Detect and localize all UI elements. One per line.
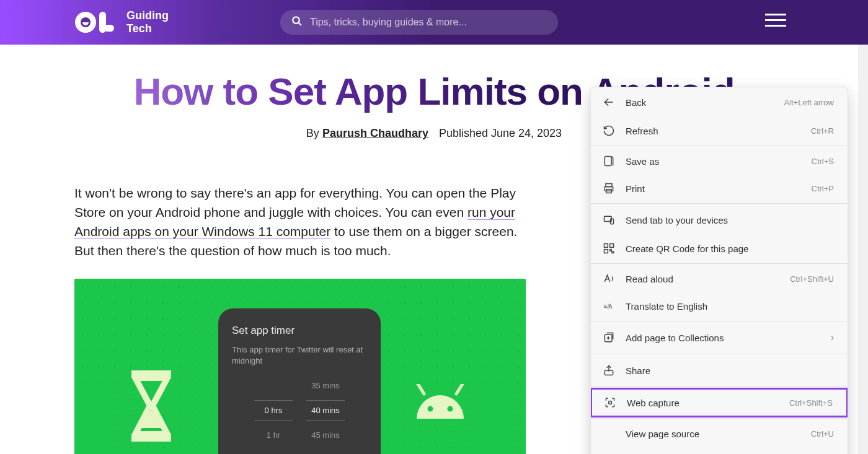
menu-read-aloud[interactable]: Read aloud Ctrl+Shift+U (591, 265, 848, 292)
menu-back[interactable]: Back Alt+Left arrow (591, 87, 848, 117)
menu-saveas[interactable]: Save as Ctrl+S (591, 147, 848, 175)
menu-shortcut: Alt+Left arrow (784, 98, 834, 107)
collections-icon (602, 331, 616, 344)
menu-button[interactable] (765, 14, 786, 27)
picker-value: 35 mins (306, 381, 345, 390)
menu-shortcut: Ctrl+U (811, 429, 834, 439)
svg-point-11 (448, 406, 453, 412)
menu-shortcut: Ctrl+Shift+U (790, 274, 834, 284)
menu-translate[interactable]: aあ Translate to English (591, 292, 848, 320)
save-icon (602, 154, 616, 168)
menu-separator (591, 386, 848, 387)
back-icon (602, 95, 616, 109)
context-menu: Back Alt+Left arrow Refresh Ctrl+R Save … (590, 87, 848, 454)
print-icon (602, 181, 616, 195)
menu-shortcut: Ctrl+P (812, 184, 834, 193)
menu-label: Refresh (626, 126, 811, 136)
svg-point-27 (609, 401, 612, 404)
blank-icon (602, 427, 616, 440)
author-link[interactable]: Paurush Chaudhary (322, 127, 428, 139)
hero-image: Set app timer This app timer for Twitter… (74, 279, 526, 454)
translate-icon: aあ (602, 299, 616, 313)
menu-label: Translate to English (626, 301, 834, 312)
brand-line2: Tech (126, 22, 169, 35)
svg-rect-23 (612, 251, 614, 253)
menu-shortcut: Ctrl+Shift+S (789, 398, 833, 408)
menu-separator (591, 321, 848, 321)
svg-rect-3 (104, 25, 114, 32)
menu-print[interactable]: Print Ctrl+P (591, 175, 848, 202)
logo-icon (74, 9, 118, 36)
published-date: Published June 24, 2023 (439, 127, 562, 139)
byline-by: By (306, 127, 319, 139)
menu-send-tab[interactable]: Send tab to your devices (591, 205, 848, 235)
brand-line1: Guiding (126, 9, 169, 22)
devices-icon (602, 213, 616, 227)
para-text: It won't be wrong to say there's an app … (74, 186, 516, 219)
brand-text: Guiding Tech (126, 9, 169, 35)
svg-line-8 (418, 384, 424, 394)
menu-refresh[interactable]: Refresh Ctrl+R (591, 117, 848, 144)
dialog-subtitle: This app timer for Twitter will reset at… (232, 344, 367, 366)
svg-rect-21 (604, 250, 608, 253)
menu-label: Save as (626, 156, 812, 167)
svg-text:aあ: aあ (604, 303, 613, 309)
picker-value: 1 hr (254, 430, 293, 440)
svg-rect-22 (610, 250, 612, 251)
menu-shortcut: Ctrl+S (812, 157, 834, 166)
share-icon (602, 364, 616, 377)
picker-value: 45 mins (306, 430, 345, 440)
svg-point-10 (428, 406, 433, 412)
menu-label: Add page to Collections (626, 333, 831, 343)
menu-separator (591, 203, 848, 204)
menu-inspect[interactable]: Inspect (591, 447, 848, 454)
svg-rect-13 (604, 157, 611, 166)
menu-shortcut: Ctrl+R (811, 126, 834, 136)
menu-qr-code[interactable]: Create QR Code for this page (591, 235, 848, 262)
menu-label: Print (626, 183, 812, 194)
svg-line-5 (298, 22, 301, 25)
menu-separator (591, 263, 848, 264)
menu-collections[interactable]: Add page to Collections › (591, 323, 848, 352)
menu-label: Create QR Code for this page (626, 243, 834, 254)
hourglass-icon (131, 370, 171, 442)
svg-point-4 (293, 17, 299, 24)
svg-rect-20 (610, 244, 614, 248)
refresh-icon (602, 124, 616, 138)
web-capture-icon (603, 396, 617, 409)
menu-separator (591, 354, 848, 354)
chevron-right-icon: › (831, 332, 834, 343)
picker-value: 40 mins (306, 400, 345, 421)
menu-label: View page source (626, 429, 811, 439)
qr-icon (602, 242, 616, 255)
menu-web-capture[interactable]: Web capture Ctrl+Shift+S (590, 388, 848, 417)
logo[interactable]: Guiding Tech (74, 9, 169, 36)
search-bar[interactable] (280, 10, 558, 35)
dialog-title: Set app timer (232, 325, 367, 337)
article-body: It won't be wrong to say there's an app … (74, 183, 526, 260)
site-header: Guiding Tech (0, 0, 868, 45)
menu-share[interactable]: Share (591, 356, 848, 385)
svg-rect-19 (604, 244, 608, 248)
menu-label: Read aloud (626, 274, 790, 284)
search-icon (291, 15, 303, 29)
svg-rect-18 (611, 219, 614, 224)
picker-value: 0 hrs (254, 400, 293, 421)
menu-label: Back (626, 97, 784, 108)
menu-separator (591, 418, 848, 419)
read-aloud-icon (602, 272, 616, 286)
menu-label: Send tab to your devices (626, 215, 834, 225)
menu-label: Share (626, 365, 834, 376)
menu-separator (591, 146, 848, 146)
phone-dialog: Set app timer This app timer for Twitter… (218, 308, 381, 454)
menu-view-source[interactable]: View page source Ctrl+U (591, 420, 848, 447)
menu-label: Web capture (627, 398, 789, 408)
search-input[interactable] (310, 17, 547, 28)
svg-line-9 (456, 384, 463, 394)
android-icon (412, 384, 469, 424)
